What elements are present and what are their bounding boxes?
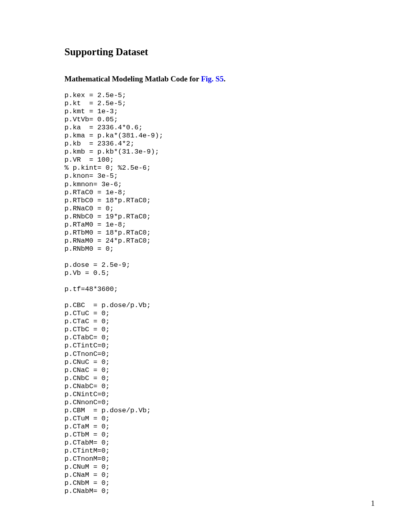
document-title: Supporting Dataset [64,46,375,58]
subtitle-suffix: . [224,75,226,83]
document-subtitle: Mathematical Modeling Matlab Code for Fi… [64,75,375,83]
code-block: p.kex = 2.5e-5; p.kt = 2.5e-5; p.kmt = 1… [64,91,375,495]
page-number: 1 [371,499,375,508]
figure-link[interactable]: Fig. S5 [201,75,224,83]
document-page: Supporting Dataset Mathematical Modeling… [0,0,411,520]
subtitle-prefix: Mathematical Modeling Matlab Code for [64,75,201,83]
